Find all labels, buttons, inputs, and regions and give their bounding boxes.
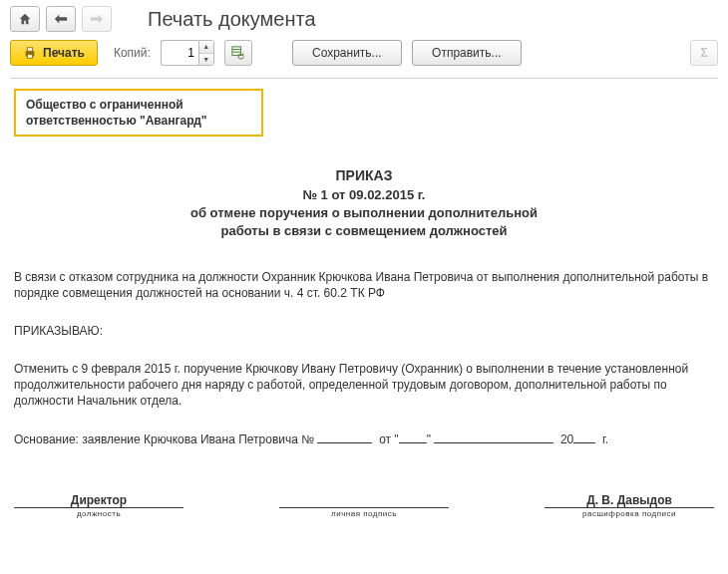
copies-label: Копий: [114, 46, 151, 60]
document-body: В связи с отказом сотрудника на должност… [14, 269, 714, 447]
sign-position: Директор должность [14, 493, 183, 518]
basis-prefix: Основание: заявление Крючкова Ивана Петр… [14, 432, 314, 446]
doc-caption: ПРИКАЗ [14, 166, 714, 186]
copies-input[interactable] [161, 40, 198, 66]
send-button[interactable]: Отправить... [412, 40, 522, 66]
org-line-2: ответственностью "Авангард" [26, 113, 251, 129]
basis-month-blank [434, 431, 553, 443]
print-button[interactable]: Печать [10, 40, 98, 66]
basis-year-blank [573, 431, 595, 443]
sign-position-value: Директор [14, 493, 183, 507]
send-button-label: Отправить... [432, 46, 502, 60]
doc-number-date: № 1 от 09.02.2015 г. [14, 186, 714, 204]
copies-up[interactable]: ▲ [199, 41, 213, 54]
sign-decipher-value: Д. В. Давыдов [545, 493, 714, 507]
sigma-icon: Σ [700, 46, 707, 60]
signature-row: Директор должность личная подпись Д. В. … [14, 493, 714, 518]
table-refresh-icon [231, 46, 245, 60]
save-button[interactable]: Сохранить... [292, 40, 402, 66]
sign-personal: личная подпись [279, 493, 449, 518]
doc-subtitle-1: об отмене поручения о выполнении дополни… [14, 204, 714, 222]
document-header: ПРИКАЗ № 1 от 09.02.2015 г. об отмене по… [14, 166, 714, 240]
document-preview: Общество с ограниченной ответственностью… [0, 79, 728, 518]
org-line-1: Общество с ограниченной [26, 97, 251, 113]
basis-year-prefix: 20 [560, 432, 573, 446]
basis-year-char: г. [602, 432, 608, 446]
arrow-left-icon [54, 13, 68, 25]
organization-box: Общество с ограниченной ответственностью… [14, 89, 263, 137]
sign-personal-caption: личная подпись [279, 509, 449, 518]
home-button[interactable] [10, 6, 40, 32]
sum-button[interactable]: Σ [690, 40, 718, 66]
basis-from-label: от [379, 432, 391, 446]
basis-day-blank [399, 431, 427, 443]
copies-down[interactable]: ▼ [199, 54, 213, 66]
order-text: Отменить с 9 февраля 2015 г. поручение К… [14, 361, 714, 410]
sign-decipher: Д. В. Давыдов расшифровка подписи [545, 493, 714, 518]
doc-subtitle-2: работы в связи с совмещением должностей [14, 222, 714, 240]
sign-position-caption: должность [14, 509, 183, 518]
save-button-label: Сохранить... [312, 46, 382, 60]
order-word: ПРИКАЗЫВАЮ: [14, 323, 714, 339]
back-button[interactable] [46, 6, 76, 32]
preview-refresh-button[interactable] [224, 40, 252, 66]
basis-number-blank [317, 431, 372, 443]
svg-rect-1 [27, 48, 32, 52]
home-icon [18, 12, 32, 26]
print-button-label: Печать [43, 46, 85, 60]
page-title: Печать документа [148, 8, 316, 31]
basis-line: Основание: заявление Крючкова Ивана Петр… [14, 431, 714, 447]
copies-spinner[interactable]: ▲ ▼ [161, 40, 214, 66]
svg-rect-2 [27, 55, 32, 59]
sign-decipher-caption: расшифровка подписи [545, 509, 714, 518]
arrow-right-icon [90, 13, 104, 25]
forward-button[interactable] [82, 6, 112, 32]
printer-icon [23, 46, 37, 60]
preamble-text: В связи с отказом сотрудника на должност… [14, 269, 714, 301]
